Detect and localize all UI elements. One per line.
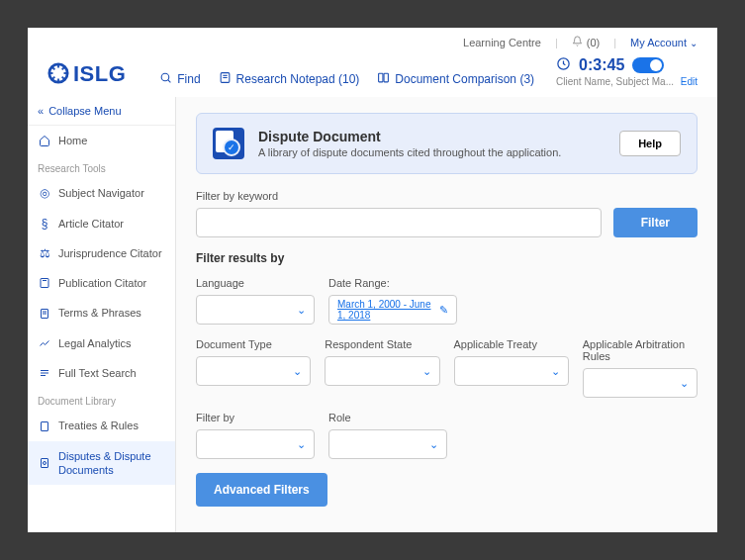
- sidebar-item-publication-citator[interactable]: Publication Citator: [28, 268, 175, 298]
- date-range-label: Date Range:: [328, 277, 457, 289]
- logo-icon: [47, 62, 69, 87]
- svg-rect-26: [42, 458, 48, 467]
- sidebar-item-legal-analytics[interactable]: Legal Analytics: [28, 328, 175, 358]
- document-type-select[interactable]: ⌄: [196, 356, 311, 386]
- arbitration-rules-label: Applicable Arbitration Rules: [583, 338, 698, 362]
- scales-icon: ⚖: [38, 246, 51, 260]
- respondent-state-label: Respondent State: [325, 338, 439, 350]
- find-link[interactable]: Find: [159, 71, 200, 87]
- svg-rect-15: [384, 73, 388, 82]
- timer-value: 0:3:45: [579, 56, 624, 74]
- divider: |: [613, 37, 616, 48]
- search-icon: [159, 71, 172, 87]
- respondent-state-select[interactable]: ⌄: [325, 356, 439, 386]
- pencil-icon: ✎: [439, 304, 448, 317]
- sidebar-item-subject-navigator[interactable]: ◎ Subject Navigator: [28, 178, 175, 208]
- chevron-left-icon: «: [38, 105, 44, 117]
- bell-icon: [572, 36, 583, 48]
- page-banner: Dispute Document A library of dispute do…: [196, 113, 698, 174]
- notifications-count: (0): [587, 37, 600, 48]
- keyword-filter-label: Filter by keyword: [196, 190, 698, 202]
- document-type-label: Document Type: [196, 338, 311, 350]
- chevron-down-icon: ⌄: [422, 365, 431, 378]
- language-select[interactable]: ⌄: [196, 295, 315, 325]
- chevron-down-icon: ⌄: [680, 377, 689, 390]
- sidebar-item-full-text-search[interactable]: Full Text Search: [28, 358, 175, 388]
- lines-icon: [38, 367, 51, 379]
- role-label: Role: [328, 412, 447, 423]
- chevron-down-icon: ⌄: [690, 38, 698, 48]
- edit-client-link[interactable]: Edit: [681, 76, 698, 87]
- applicable-treaty-select[interactable]: ⌄: [454, 356, 569, 386]
- svg-line-6: [62, 76, 65, 79]
- book-icon: [38, 277, 51, 289]
- sidebar-item-terms-phrases[interactable]: Terms & Phrases: [28, 298, 175, 327]
- notepad-icon: [219, 71, 232, 87]
- sidebar-item-home[interactable]: Home: [28, 126, 175, 155]
- sidebar: « Collapse Menu Home Research Tools ◎ Su…: [28, 97, 176, 532]
- page-title: Dispute Document: [258, 129, 605, 144]
- divider: |: [555, 37, 558, 48]
- svg-line-7: [52, 76, 55, 79]
- document-icon: [38, 420, 51, 432]
- sidebar-item-article-citator[interactable]: § Article Citator: [28, 209, 175, 238]
- chevron-down-icon: ⌄: [297, 438, 306, 451]
- filter-button[interactable]: Filter: [613, 208, 698, 237]
- svg-rect-17: [41, 279, 48, 288]
- chevron-down-icon: ⌄: [297, 304, 306, 317]
- compare-icon: [377, 71, 390, 87]
- logo-text: ISLG: [73, 61, 126, 87]
- logo[interactable]: ISLG: [47, 61, 126, 87]
- research-notepad-link[interactable]: Research Notepad (10): [219, 71, 360, 87]
- svg-line-8: [62, 66, 65, 69]
- chevron-down-icon: ⌄: [429, 438, 438, 451]
- client-name: Client Name, Subject Ma...: [556, 76, 674, 87]
- sidebar-item-disputes[interactable]: Disputes & Dispute Documents: [28, 441, 175, 486]
- svg-point-27: [44, 461, 47, 464]
- chart-icon: [38, 337, 51, 349]
- svg-line-10: [168, 80, 171, 83]
- chevron-down-icon: ⌄: [293, 365, 302, 378]
- chevron-down-icon: ⌄: [551, 365, 560, 378]
- filter-by-label: Filter by: [196, 412, 315, 423]
- home-icon: [38, 135, 51, 146]
- arbitration-rules-select[interactable]: ⌄: [583, 368, 698, 398]
- clock-icon: [556, 56, 571, 74]
- filter-by-select[interactable]: ⌄: [196, 429, 315, 459]
- page-icon: [38, 308, 51, 320]
- sidebar-item-treaties-rules[interactable]: Treaties & Rules: [28, 411, 175, 440]
- advanced-filters-button[interactable]: Advanced Filters: [196, 473, 327, 507]
- help-button[interactable]: Help: [619, 131, 681, 156]
- language-label: Language: [196, 277, 315, 289]
- collapse-menu-button[interactable]: « Collapse Menu: [28, 97, 175, 126]
- timer-toggle[interactable]: [632, 57, 664, 73]
- svg-point-9: [161, 73, 169, 81]
- date-range-picker[interactable]: March 1, 2000 - June 1, 2018 ✎: [328, 295, 457, 325]
- page-subtitle: A library of dispute documents cited thr…: [258, 146, 605, 158]
- dispute-icon: [38, 457, 51, 469]
- svg-rect-14: [379, 73, 383, 82]
- role-select[interactable]: ⌄: [328, 429, 447, 459]
- svg-line-5: [52, 66, 55, 69]
- dispute-document-icon: [213, 128, 244, 159]
- applicable-treaty-label: Applicable Treaty: [454, 338, 569, 350]
- my-account-menu[interactable]: My Account ⌄: [630, 37, 698, 48]
- keyword-input[interactable]: [196, 208, 602, 237]
- compass-icon: ◎: [38, 186, 51, 200]
- sidebar-group-library: Document Library: [28, 388, 175, 411]
- learning-centre-link[interactable]: Learning Centre: [463, 37, 541, 48]
- document-comparison-link[interactable]: Document Comparison (3): [377, 71, 534, 87]
- filter-results-heading: Filter results by: [196, 251, 698, 265]
- date-range-value: March 1, 2000 - June 1, 2018: [337, 299, 439, 321]
- main-content: Dispute Document A library of dispute do…: [176, 97, 717, 532]
- notifications-button[interactable]: (0): [572, 36, 600, 48]
- sidebar-item-jurisprudence-citator[interactable]: ⚖ Jurisprudence Citator: [28, 238, 175, 268]
- svg-rect-25: [42, 421, 48, 430]
- sidebar-group-research: Research Tools: [28, 155, 175, 178]
- section-icon: §: [38, 217, 51, 231]
